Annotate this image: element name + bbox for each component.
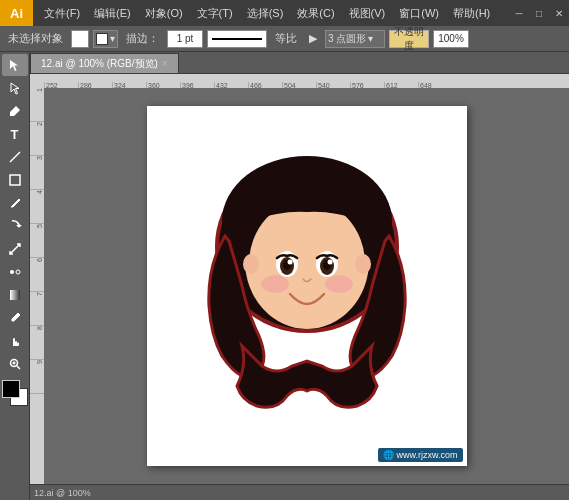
opacity-value: 100% — [438, 33, 464, 44]
ruler-v-mark: 5 — [30, 224, 44, 258]
menu-text[interactable]: 文字(T) — [190, 4, 240, 23]
tab-label: 12.ai @ 100% (RGB/预览) — [41, 57, 158, 71]
menu-select[interactable]: 选择(S) — [240, 4, 291, 23]
menu-file[interactable]: 文件(F) — [37, 4, 87, 23]
rotate-tool[interactable] — [2, 215, 28, 237]
svg-point-15 — [261, 275, 289, 293]
menu-object[interactable]: 对象(O) — [138, 4, 190, 23]
tab-bar: 12.ai @ 100% (RGB/预览) × — [30, 52, 569, 74]
watermark: 🌐 www.rjzxw.com — [378, 448, 463, 462]
ruler-v-mark: 2 — [30, 122, 44, 156]
blend-tool[interactable] — [2, 261, 28, 283]
foreground-color-swatch[interactable] — [2, 380, 20, 398]
pen-tool[interactable] — [2, 100, 28, 122]
horizontal-ruler: 252 286 324 360 396 432 466 504 540 576 … — [30, 74, 569, 88]
ratio-label: 等比 — [271, 31, 301, 46]
status-info: 12.ai @ 100% — [34, 488, 91, 498]
svg-point-12 — [249, 200, 365, 328]
stroke-label: 描边： — [122, 31, 163, 46]
ruler-v-mark: 4 — [30, 190, 44, 224]
zoom-tool[interactable] — [2, 353, 28, 375]
document-tab[interactable]: 12.ai @ 100% (RGB/预览) × — [30, 53, 179, 73]
canvas[interactable]: 🌐 www.rjzxw.com — [44, 88, 569, 484]
svg-rect-1 — [10, 175, 20, 185]
select-tool[interactable] — [2, 54, 28, 76]
ruler-v-mark: 6 — [30, 258, 44, 292]
artboard: 🌐 www.rjzxw.com — [147, 106, 467, 466]
svg-line-6 — [17, 366, 20, 369]
not-transparent-label: 不透明度 — [390, 25, 428, 53]
chevron-down-icon: ▾ — [110, 33, 115, 44]
chevron-down-icon: ▾ — [368, 33, 373, 44]
menu-items: 文件(F) 编辑(E) 对象(O) 文字(T) 选择(S) 效果(C) 视图(V… — [33, 4, 497, 23]
svg-line-0 — [10, 152, 20, 162]
close-button[interactable]: ✕ — [549, 0, 569, 26]
line-style-preview — [212, 38, 262, 40]
app-logo: Ai — [0, 0, 33, 26]
svg-point-20 — [287, 260, 292, 265]
main-area: T — [0, 52, 569, 500]
gradient-tool[interactable] — [2, 284, 28, 306]
content-area: 12.ai @ 100% (RGB/预览) × 252 286 324 360 … — [30, 52, 569, 500]
stroke-indicator — [96, 33, 108, 45]
character-illustration — [187, 146, 427, 426]
fill-color-box[interactable] — [71, 30, 89, 48]
ruler-v-mark: 7 — [30, 292, 44, 326]
hand-tool[interactable] — [2, 330, 28, 352]
stroke-width-input[interactable] — [167, 30, 203, 48]
svg-point-13 — [243, 254, 259, 274]
menu-window[interactable]: 窗口(W) — [392, 4, 446, 23]
minimize-button[interactable]: ─ — [509, 0, 529, 26]
svg-point-14 — [355, 254, 371, 274]
opacity-input[interactable]: 100% — [433, 30, 469, 48]
watermark-icon: 🌐 — [383, 450, 397, 460]
tool-panel: T — [0, 52, 30, 500]
pencil-tool[interactable] — [2, 192, 28, 214]
menu-view[interactable]: 视图(V) — [342, 4, 393, 23]
bullet: ▶ — [305, 32, 321, 45]
menu-help[interactable]: 帮助(H) — [446, 4, 497, 23]
toolbar: 未选择对象 ▾ 描边： 等比 ▶ 3 点圆形 ▾ 不透明度 100% — [0, 26, 569, 52]
ruler-h-marks: 252 286 324 360 396 432 466 504 540 576 … — [30, 74, 452, 88]
watermark-text: www.rjzxw.com — [396, 450, 457, 460]
canvas-wrapper: 1 2 3 4 5 6 7 8 9 — [30, 88, 569, 484]
opacity-display: 不透明度 — [389, 30, 429, 48]
eyedropper-tool[interactable] — [2, 307, 28, 329]
menu-edit[interactable]: 编辑(E) — [87, 4, 138, 23]
scale-tool[interactable] — [2, 238, 28, 260]
tab-close-button[interactable]: × — [162, 58, 168, 69]
menu-bar: Ai 文件(F) 编辑(E) 对象(O) 文字(T) 选择(S) 效果(C) 视… — [0, 0, 569, 26]
rect-tool[interactable] — [2, 169, 28, 191]
svg-point-16 — [325, 275, 353, 293]
ruler-v-mark: 1 — [30, 88, 44, 122]
shape-dropdown[interactable]: 3 点圆形 ▾ — [325, 30, 385, 48]
menu-effect[interactable]: 效果(C) — [290, 4, 341, 23]
ruler-v-mark: 3 — [30, 156, 44, 190]
status-bar: 12.ai @ 100% — [30, 484, 569, 500]
line-style-display[interactable] — [207, 30, 267, 48]
ruler-v-mark: 9 — [30, 360, 44, 394]
svg-rect-4 — [10, 290, 20, 300]
svg-point-3 — [16, 270, 20, 274]
no-selection-label: 未选择对象 — [4, 31, 67, 46]
maximize-button[interactable]: □ — [529, 0, 549, 26]
window-controls: ─ □ ✕ — [509, 0, 569, 26]
type-tool[interactable]: T — [2, 123, 28, 145]
vertical-ruler: 1 2 3 4 5 6 7 8 9 — [30, 88, 44, 484]
svg-point-24 — [327, 260, 332, 265]
color-swatches[interactable] — [2, 380, 28, 406]
ruler-v-mark: 8 — [30, 326, 44, 360]
shape-label: 3 点圆形 — [328, 32, 366, 46]
line-tool[interactable] — [2, 146, 28, 168]
stroke-dropdown[interactable]: ▾ — [93, 30, 118, 48]
direct-select-tool[interactable] — [2, 77, 28, 99]
svg-point-2 — [10, 270, 14, 274]
